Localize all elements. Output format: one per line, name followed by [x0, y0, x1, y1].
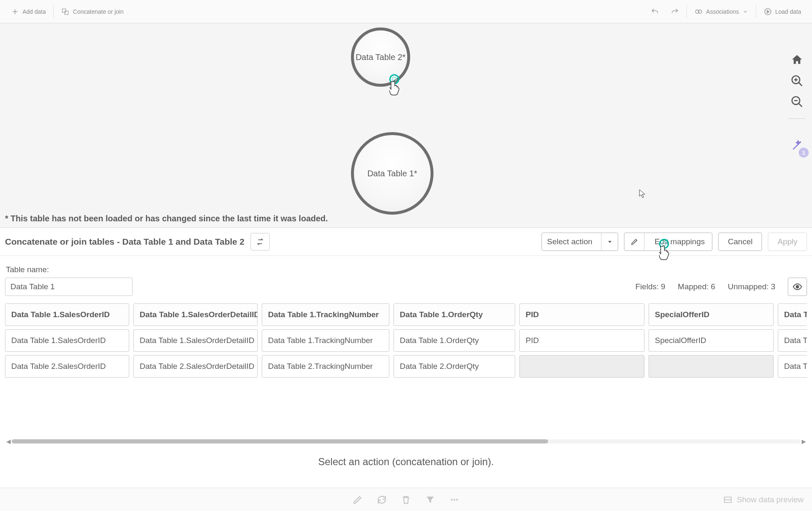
mapping-cell[interactable]: Data Ta: [778, 329, 807, 352]
mapping-cell-empty[interactable]: [519, 355, 644, 378]
mapping-header[interactable]: PID: [519, 303, 644, 326]
edit-mappings-button[interactable]: Edit mappings: [624, 233, 712, 251]
cursor-icon: [639, 189, 646, 198]
associations-icon: [694, 8, 703, 16]
tables-icon: [61, 8, 70, 16]
chevron-down-icon: [601, 233, 618, 250]
concat-join-label: Concatenate or join: [73, 8, 123, 15]
svg-line-9: [799, 83, 802, 86]
mapping-cell[interactable]: SpecialOfferID: [649, 329, 774, 352]
canvas[interactable]: Data Table 2* Data Table 1* 1 * This tab…: [0, 23, 812, 228]
scroll-right-icon[interactable]: ▶: [800, 438, 807, 444]
table-bubble-2[interactable]: Data Table 2*: [351, 28, 410, 87]
play-circle-icon: [764, 8, 772, 16]
scroll-track[interactable]: [12, 439, 800, 443]
mapping-header[interactable]: Data Table 1.OrderQty: [393, 303, 515, 326]
cancel-button[interactable]: Cancel: [718, 233, 762, 251]
undo-button[interactable]: [645, 4, 665, 19]
edit-icon[interactable]: [352, 494, 363, 505]
select-action-dropdown[interactable]: Select action: [541, 233, 618, 251]
scroll-thumb[interactable]: [12, 439, 548, 443]
zoom-in-button[interactable]: [790, 74, 804, 88]
svg-line-13: [799, 103, 802, 107]
apply-label: Apply: [777, 237, 797, 246]
toolbar-separator: [687, 5, 687, 18]
mapping-cell[interactable]: Data Table 1.SalesOrderID: [5, 329, 129, 352]
svg-point-18: [454, 498, 455, 500]
tablename-input[interactable]: [5, 278, 133, 296]
show-data-preview-button[interactable]: Show data preview: [723, 495, 804, 504]
mapping-grid: Data Table 1.SalesOrderID Data Table 1.S…: [5, 303, 807, 444]
select-action-label: Select action: [547, 237, 592, 246]
concat-join-button[interactable]: Concatenate or join: [55, 4, 129, 19]
mapping-header[interactable]: Data Table 1.TrackingNumber: [262, 303, 389, 326]
svg-point-19: [456, 498, 458, 500]
mapping-cell[interactable]: Data Table 2.TrackingNumber: [262, 355, 389, 378]
top-toolbar: Add data Concatenate or join Association: [0, 0, 812, 23]
svg-marker-15: [608, 241, 612, 243]
mapping-header[interactable]: SpecialOfferID: [649, 303, 774, 326]
bubble-label: Data Table 2*: [356, 53, 406, 62]
svg-point-17: [451, 498, 452, 500]
action-bar: Concatenate or join tables - Data Table …: [0, 228, 812, 256]
canvas-tools: 1: [787, 53, 807, 152]
add-data-label: Add data: [23, 8, 46, 15]
mapping-stats: Fields: 9 Mapped: 6 Unmapped: 3: [635, 278, 807, 296]
load-data-button[interactable]: Load data: [758, 4, 807, 19]
mapping-cell[interactable]: Data Table 2.SalesOrderDetailID: [133, 355, 258, 378]
mapping-cell[interactable]: Data Table 1.SalesOrderDetailID: [133, 329, 258, 352]
undo-icon: [651, 8, 659, 16]
swap-button[interactable]: [251, 233, 270, 250]
toolbar-separator: [53, 5, 54, 18]
eye-icon: [792, 282, 802, 292]
mapping-cell[interactable]: PID: [519, 329, 644, 352]
cancel-label: Cancel: [728, 237, 752, 246]
mapping-header[interactable]: Data Ta: [778, 303, 807, 326]
canvas-footnote: * This table has not been loaded or has …: [5, 214, 328, 223]
trash-icon[interactable]: [401, 494, 411, 505]
apply-button[interactable]: Apply: [768, 233, 807, 251]
show-data-preview-label: Show data preview: [737, 495, 804, 504]
preview-toggle-button[interactable]: [788, 278, 807, 296]
pencil-icon: [624, 233, 644, 250]
home-button[interactable]: [790, 53, 804, 67]
refresh-icon[interactable]: [376, 494, 387, 505]
edit-mappings-label: Edit mappings: [649, 237, 704, 246]
tablename-label: Table name:: [6, 265, 807, 274]
filter-icon[interactable]: [425, 494, 436, 505]
zoom-out-button[interactable]: [790, 95, 804, 108]
config-area: Table name: Fields: 9 Mapped: 6 Unmapped…: [0, 256, 812, 473]
mapping-header[interactable]: Data Table 1.SalesOrderID: [5, 303, 129, 326]
load-data-label: Load data: [775, 8, 801, 15]
action-bar-title: Concatenate or join tables - Data Table …: [5, 237, 245, 247]
mapping-cell[interactable]: Data Table 1.TrackingNumber: [262, 329, 389, 352]
horizontal-scrollbar[interactable]: ◀ ▶: [5, 438, 807, 444]
table-bubble-1[interactable]: Data Table 1*: [351, 132, 434, 215]
associations-label: Associations: [706, 8, 739, 15]
mapping-header[interactable]: Data Table 1.SalesOrderDetailID: [133, 303, 258, 326]
more-icon[interactable]: [449, 494, 460, 505]
bottom-bar: Show data preview: [0, 488, 812, 511]
tools-divider: [789, 118, 805, 119]
mapping-cell[interactable]: Data Table 1.OrderQty: [393, 329, 515, 352]
mapping-cell[interactable]: Data Table 2.SalesOrderID: [5, 355, 129, 378]
redo-icon: [671, 8, 679, 16]
redo-button[interactable]: [665, 4, 685, 19]
panel-icon: [723, 495, 732, 504]
recommendation-badge: 1: [799, 148, 809, 158]
mapping-cell[interactable]: Data Ta: [778, 355, 807, 378]
scroll-left-icon[interactable]: ◀: [5, 438, 12, 444]
chevron-down-icon: [742, 8, 748, 16]
mapping-header-row: Data Table 1.SalesOrderID Data Table 1.S…: [5, 303, 807, 326]
plus-icon: [11, 8, 19, 16]
swap-icon: [256, 237, 265, 246]
toolbar-separator: [756, 5, 756, 18]
mapping-cell[interactable]: Data Table 2.OrderQty: [393, 355, 515, 378]
associations-button[interactable]: Associations: [689, 4, 754, 19]
svg-rect-2: [63, 9, 66, 12]
svg-rect-3: [65, 11, 68, 14]
add-data-button[interactable]: Add data: [5, 4, 52, 19]
mapping-row: Data Table 1.SalesOrderID Data Table 1.S…: [5, 329, 807, 352]
svg-marker-7: [767, 10, 769, 13]
mapping-cell-empty[interactable]: [649, 355, 774, 378]
